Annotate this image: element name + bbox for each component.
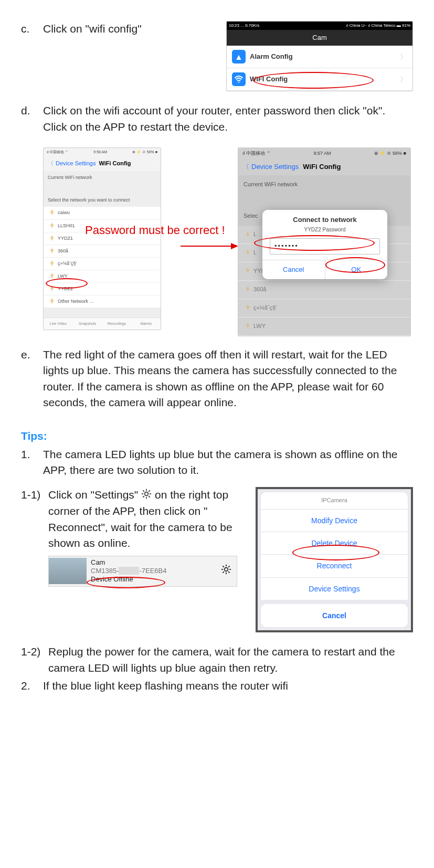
svg-point-3 bbox=[145, 492, 149, 496]
step-d-body2: Click on the APP to restart the device. bbox=[43, 119, 413, 135]
status-left: ıl 中国移动 ⌃ bbox=[242, 150, 271, 157]
status-right: ⊕ ⚡ ⛭ 56% ■ bbox=[374, 150, 406, 157]
tip-2-body: If the blue light keep flashing means th… bbox=[43, 678, 413, 694]
status-bar: ıl 中国移动 ⌃ 9:57 AM ⊕ ⚡ ⛭ 56% ■ bbox=[238, 148, 410, 159]
cam-id-a: CM1385- bbox=[91, 567, 119, 575]
spacer bbox=[238, 194, 410, 207]
wifi-row[interactable]: ⸎LWY bbox=[44, 270, 161, 283]
tip-1-2-body: Replug the power for the camera, wait fo… bbox=[48, 644, 413, 676]
svg-line-17 bbox=[223, 566, 224, 567]
status-right: ıl China U·· ıl China Teleco ▬ 91% bbox=[346, 23, 410, 29]
wifi-row[interactable]: ⸎LLSH01 bbox=[44, 220, 161, 232]
wifi-name: caiwu bbox=[58, 209, 70, 216]
wifi-name: YYDZ2 bbox=[58, 285, 73, 292]
tab-snapshots[interactable]: Snapshots bbox=[73, 318, 102, 330]
svg-line-8 bbox=[143, 490, 144, 492]
dialog-buttons: Cancel OK bbox=[262, 260, 387, 280]
camera-thumbnail bbox=[49, 558, 87, 584]
row-wifi-config[interactable]: WIFI Config 〉 bbox=[227, 68, 412, 91]
wifi-signal-icon: ⸎ bbox=[50, 248, 55, 255]
nav-back-label: Device Settings bbox=[56, 160, 96, 168]
screenshot-wifi-dialog: ıl 中国移动 ⌃ 9:57 AM ⊕ ⚡ ⛭ 56% ■ 〈 Device S… bbox=[238, 147, 411, 336]
wifi-signal-icon: ⸎ bbox=[50, 235, 55, 242]
wifi-name: LWY bbox=[58, 273, 68, 280]
section-current: Current WiFi network bbox=[44, 171, 161, 184]
svg-line-11 bbox=[149, 490, 150, 492]
settings-button[interactable] bbox=[216, 564, 237, 578]
tip-1-1-text-a: Click on "Settings" bbox=[48, 489, 138, 501]
tab-bar: Live Video Snapshots Recordings Alarms bbox=[44, 317, 161, 330]
wifi-row: ⸎360å bbox=[238, 281, 410, 299]
status-right: ⊕ ⚡ ⛭ 56% ■ bbox=[132, 150, 157, 155]
wifi-icon bbox=[232, 72, 246, 86]
screenshot-cam-offline: Cam CM1385-xxxxxx-7EE6B4 Device Offline bbox=[48, 556, 237, 587]
wifi-signal-icon: ⸎ bbox=[50, 285, 55, 292]
wifi-name: ç»¼åˆç§' bbox=[58, 260, 77, 267]
camera-status: Device Offline bbox=[91, 575, 211, 584]
screenshot-wifi-list: ıl 中国移动 ⌃ 9:58 AM ⊕ ⚡ ⛭ 56% ■ 〈 Device S… bbox=[43, 147, 161, 330]
sheet-reconnect[interactable]: Reconnect bbox=[261, 554, 408, 577]
spacer bbox=[44, 184, 161, 194]
tip-1-1-row: 1-1) Click on "Settings" on the right to… bbox=[21, 487, 413, 632]
wifi-name: YYDZ1 bbox=[58, 235, 73, 242]
dialog-title: Connect to network bbox=[262, 210, 387, 226]
status-mid: 9:57 AM bbox=[314, 150, 331, 157]
tab-recordings[interactable]: Recordings bbox=[102, 318, 132, 330]
svg-marker-2 bbox=[231, 243, 238, 249]
chevron-left-icon: 〈 bbox=[48, 160, 54, 168]
step-c-body: Click on "wifi config" bbox=[43, 21, 142, 37]
sheet-modify[interactable]: Modify Device bbox=[261, 509, 408, 532]
password-input[interactable]: ••••••• bbox=[270, 238, 380, 255]
tab-alarms[interactable]: Alarms bbox=[131, 318, 161, 330]
tip-1-1-textcol: Click on "Settings" on the right top cor… bbox=[48, 487, 246, 632]
tips-header: Tips: bbox=[21, 428, 413, 444]
wifi-signal-icon: ⸎ bbox=[246, 249, 250, 256]
nav-back[interactable]: 〈 Device Settings WiFi Config bbox=[44, 156, 161, 171]
gear-icon bbox=[141, 488, 152, 503]
wifi-signal-icon: ⸎ bbox=[50, 298, 55, 305]
tip-2-label: 2. bbox=[21, 678, 36, 694]
wifi-row[interactable]: ⸎ç»¼åˆç§' bbox=[44, 258, 161, 270]
wifi-row[interactable]: ⸎caiwu bbox=[44, 207, 161, 219]
tip-1-row: 1. The camera LED lights up blue but the… bbox=[21, 447, 413, 479]
wifi-name: L bbox=[253, 230, 257, 239]
step-e-row: e. The red light of the camera goes off … bbox=[21, 347, 413, 411]
wifi-name: Other Network ... bbox=[58, 298, 93, 305]
tab-live[interactable]: Live Video bbox=[44, 318, 73, 330]
cancel-button[interactable]: Cancel bbox=[262, 260, 325, 280]
status-mid: 9:58 AM bbox=[93, 150, 107, 155]
wifi-signal-icon: ⸎ bbox=[246, 323, 250, 330]
nav-title: WiFi Config bbox=[99, 160, 131, 168]
nav-back[interactable]: 〈 Device Settings WiFi Config bbox=[238, 159, 410, 175]
sheet-reconnect-label: Reconnect bbox=[317, 562, 352, 570]
sheet-delete[interactable]: Delete Device bbox=[261, 532, 408, 554]
wifi-row[interactable]: ⸎360å bbox=[44, 245, 161, 258]
tip-1-2-label: 1-2) bbox=[21, 644, 42, 676]
step-d-label: d. bbox=[21, 103, 36, 119]
section-select: Select the network you want to connect bbox=[44, 194, 161, 207]
row-alarm-label: Alarm Config bbox=[250, 52, 293, 62]
wifi-row: ⸎LWY bbox=[238, 317, 410, 336]
ok-button[interactable]: OK bbox=[325, 260, 388, 280]
wifi-row[interactable]: ⸎YYDZ1 bbox=[44, 232, 161, 245]
status-left: 10:23 ... 0.70K/s bbox=[229, 23, 259, 29]
sheet-settings[interactable]: Device Settings bbox=[261, 577, 408, 600]
wifi-name: ç»¼åˆç§' bbox=[253, 304, 277, 312]
svg-line-18 bbox=[228, 571, 230, 573]
spacer bbox=[44, 308, 161, 317]
sheet-cancel[interactable]: Cancel bbox=[261, 604, 408, 627]
step-e-body: The red light of the camera goes off the… bbox=[43, 347, 413, 411]
cam-id-b: -7EE6B4 bbox=[139, 567, 166, 575]
nav-back-label: Device Settings bbox=[251, 162, 299, 172]
screenshot-action-sheet: IPCamera Modify Device Delete Device Rec… bbox=[256, 487, 413, 632]
tip-2-row: 2. If the blue light keep flashing means… bbox=[21, 678, 413, 694]
camera-info: Cam CM1385-xxxxxx-7EE6B4 Device Offline bbox=[87, 556, 216, 586]
wifi-name: L bbox=[253, 249, 257, 257]
alarm-icon: ▲ bbox=[232, 50, 246, 63]
wifi-signal-icon: ⸎ bbox=[246, 304, 250, 311]
svg-point-0 bbox=[238, 82, 239, 83]
wifi-row-yydz2[interactable]: ⸎YYDZ2 bbox=[44, 283, 161, 295]
wifi-row-other[interactable]: ⸎Other Network ... bbox=[44, 295, 161, 308]
svg-line-9 bbox=[149, 496, 150, 497]
row-alarm-config[interactable]: ▲ Alarm Config 〉 bbox=[227, 46, 412, 68]
